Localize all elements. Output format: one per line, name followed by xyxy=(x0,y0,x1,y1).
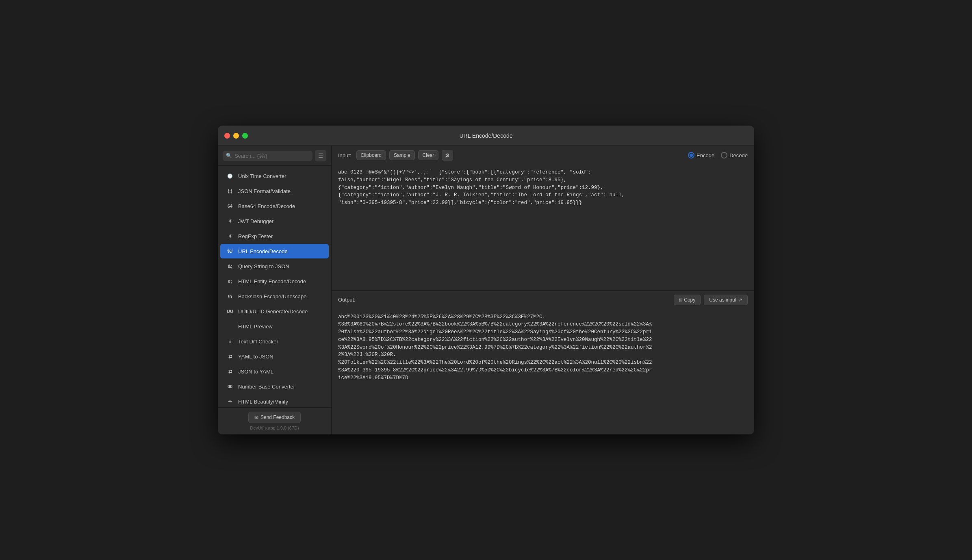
copy-icon: ⎘ xyxy=(679,297,682,303)
sidebar-label-url-encode: URL Encode/Decode xyxy=(238,248,288,254)
decode-option[interactable]: Decode xyxy=(721,152,748,158)
sidebar-icon-number-base: 00 xyxy=(226,382,234,391)
sidebar-label-html-beautify: HTML Beautify/Minify xyxy=(238,399,288,405)
sidebar-item-html-entity[interactable]: #; HTML Entity Encode/Decode xyxy=(220,274,329,289)
sidebar-icon-html-preview xyxy=(226,322,234,330)
input-content[interactable]: abc 0123 !@#$%^&*()|+?"<>',.;:` {"store"… xyxy=(332,165,754,290)
output-actions: ⎘ Copy Use as input ↗ xyxy=(674,295,748,305)
clipboard-button[interactable]: Clipboard xyxy=(356,150,386,160)
search-icon: 🔍 xyxy=(226,153,232,158)
copy-button[interactable]: ⎘ Copy xyxy=(674,295,701,305)
input-section: Input: Clipboard Sample Clear ⚙ Encode D… xyxy=(332,146,754,291)
sidebar-icon-json-format: {;} xyxy=(226,187,234,195)
sidebar-icon-jwt: ✳ xyxy=(226,217,234,225)
sidebar-list: 🕐 Unix Time Converter {;} JSON Format/Va… xyxy=(218,166,331,407)
version-label: DevUtils.app 1.9.0 (67D) xyxy=(250,425,299,430)
use-as-input-icon: ↗ xyxy=(738,297,742,303)
sidebar-item-base64[interactable]: 64 Base64 Encode/Decode xyxy=(220,199,329,213)
sidebar-label-text-diff: Text Diff Checker xyxy=(238,339,278,345)
sidebar-label-backslash: Backslash Escape/Unescape xyxy=(238,293,306,300)
sidebar-icon-html-entity: #; xyxy=(226,277,234,285)
sidebar-label-number-base: Number Base Converter xyxy=(238,384,295,390)
sample-button[interactable]: Sample xyxy=(389,150,415,160)
sidebar-label-jwt: JWT Debugger xyxy=(238,218,273,224)
sidebar-item-html-beautify[interactable]: ✏ HTML Beautify/Minify xyxy=(220,394,329,407)
sidebar-label-json-yaml: JSON to YAML xyxy=(238,369,273,375)
minimize-button[interactable] xyxy=(233,133,239,139)
sidebar: 🔍 ☰ 🕐 Unix Time Converter {;} JSON Forma… xyxy=(218,146,332,434)
sidebar-item-query-string[interactable]: &; Query String to JSON xyxy=(220,259,329,273)
sidebar-item-json-yaml[interactable]: ⇄ JSON to YAML xyxy=(220,364,329,379)
sidebar-icon-text-diff: ± xyxy=(226,337,234,345)
sidebar-icon-url-encode: %/ xyxy=(226,247,234,255)
sidebar-icon-unix-time: 🕐 xyxy=(226,172,234,180)
sidebar-item-backslash[interactable]: \n Backslash Escape/Unescape xyxy=(220,289,329,304)
encode-decode-toggle: Encode Decode xyxy=(688,152,748,158)
app-window: URL Encode/Decode 🔍 ☰ 🕐 Unix Time Conver… xyxy=(218,126,754,434)
right-panel: Input: Clipboard Sample Clear ⚙ Encode D… xyxy=(332,146,754,434)
use-as-input-button[interactable]: Use as input ↗ xyxy=(704,295,748,305)
sidebar-label-html-entity: HTML Entity Encode/Decode xyxy=(238,278,306,284)
sidebar-item-unix-time[interactable]: 🕐 Unix Time Converter xyxy=(220,169,329,183)
search-wrapper[interactable]: 🔍 xyxy=(223,151,312,161)
sidebar-icon-query-string: &; xyxy=(226,262,234,270)
feedback-button[interactable]: ✉ Send Feedback xyxy=(248,412,301,423)
sidebar-item-jwt[interactable]: ✳ JWT Debugger xyxy=(220,214,329,228)
traffic-lights xyxy=(224,133,248,139)
input-label: Input: xyxy=(338,152,351,158)
sidebar-item-uuid[interactable]: UU UUID/ULID Generate/Decode xyxy=(220,304,329,319)
sidebar-label-json-format: JSON Format/Validate xyxy=(238,188,291,194)
output-label: Output: xyxy=(338,297,356,303)
sidebar-item-number-base[interactable]: 00 Number Base Converter xyxy=(220,379,329,394)
sidebar-label-query-string: Query String to JSON xyxy=(238,263,289,269)
clear-button[interactable]: Clear xyxy=(418,150,439,160)
use-as-input-label: Use as input xyxy=(709,297,736,303)
encode-radio[interactable] xyxy=(688,152,694,158)
window-title: URL Encode/Decode xyxy=(459,132,512,139)
close-button[interactable] xyxy=(224,133,230,139)
output-toolbar: Output: ⎘ Copy Use as input ↗ xyxy=(332,291,754,309)
sidebar-icon-regexp: ✳ xyxy=(226,232,234,240)
title-bar: URL Encode/Decode xyxy=(218,126,754,146)
sidebar-label-html-preview: HTML Preview xyxy=(238,323,273,330)
filter-button[interactable]: ☰ xyxy=(315,150,326,161)
search-bar: 🔍 ☰ xyxy=(218,146,331,166)
output-section: Output: ⎘ Copy Use as input ↗ abc%200123… xyxy=(332,291,754,435)
sidebar-icon-base64: 64 xyxy=(226,202,234,210)
sidebar-item-url-encode[interactable]: %/ URL Encode/Decode xyxy=(220,244,329,258)
sidebar-label-unix-time: Unix Time Converter xyxy=(238,173,286,179)
settings-button[interactable]: ⚙ xyxy=(442,150,453,161)
sidebar-item-regexp[interactable]: ✳ RegExp Tester xyxy=(220,229,329,243)
output-content: abc%200123%20%21%40%23%24%25%5E%26%2A%28… xyxy=(332,309,754,435)
sidebar-footer: ✉ Send Feedback DevUtils.app 1.9.0 (67D) xyxy=(218,407,331,434)
sidebar-label-yaml-json: YAML to JSON xyxy=(238,354,273,360)
copy-label: Copy xyxy=(684,297,695,303)
decode-radio[interactable] xyxy=(721,152,727,158)
sidebar-icon-yaml-json: ⇄ xyxy=(226,352,234,360)
sidebar-label-regexp: RegExp Tester xyxy=(238,233,273,239)
maximize-button[interactable] xyxy=(242,133,248,139)
input-toolbar: Input: Clipboard Sample Clear ⚙ Encode D… xyxy=(332,146,754,165)
sidebar-label-base64: Base64 Encode/Decode xyxy=(238,203,295,209)
feedback-icon: ✉ xyxy=(254,415,258,420)
encode-option[interactable]: Encode xyxy=(688,152,714,158)
sidebar-icon-json-yaml: ⇄ xyxy=(226,367,234,376)
sidebar-item-html-preview[interactable]: HTML Preview xyxy=(220,319,329,334)
encode-label: Encode xyxy=(696,152,714,158)
sidebar-icon-html-beautify: ✏ xyxy=(226,397,234,406)
sidebar-label-uuid: UUID/ULID Generate/Decode xyxy=(238,308,308,315)
decode-label: Decode xyxy=(729,152,748,158)
sidebar-icon-uuid: UU xyxy=(226,307,234,315)
sidebar-item-json-format[interactable]: {;} JSON Format/Validate xyxy=(220,184,329,198)
sidebar-item-text-diff[interactable]: ± Text Diff Checker xyxy=(220,334,329,349)
sidebar-icon-backslash: \n xyxy=(226,292,234,300)
sidebar-item-yaml-json[interactable]: ⇄ YAML to JSON xyxy=(220,349,329,364)
main-content: 🔍 ☰ 🕐 Unix Time Converter {;} JSON Forma… xyxy=(218,146,754,434)
search-input[interactable] xyxy=(234,153,309,159)
